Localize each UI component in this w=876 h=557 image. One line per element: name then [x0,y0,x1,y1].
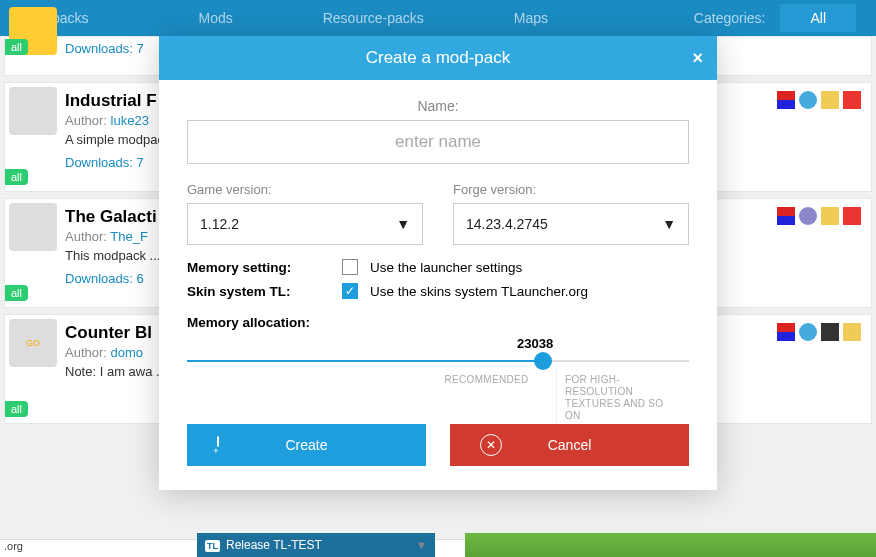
skin-system-label: Skin system TL: [187,284,342,299]
name-label: Name: [187,98,689,114]
forge-version-select[interactable]: 14.23.4.2745▼ [453,203,689,245]
slider-fill [187,360,542,362]
modal-header: Create a mod-pack × [159,36,717,80]
close-circle-icon: ✕ [480,434,502,456]
slider-zones: RECOMMENDED FOR HIGH-RESOLUTION TEXTURES… [417,370,689,426]
memory-allocation-label: Memory allocation: [187,315,689,330]
memory-setting-text: Use the launcher settings [370,260,522,275]
game-version-label: Game version: [187,182,423,197]
name-input[interactable] [187,120,689,164]
modal-title: Create a mod-pack [366,48,511,68]
document-plus-icon [217,437,219,453]
slider-handle[interactable] [534,352,552,370]
game-version-select[interactable]: 1.12.2▼ [187,203,423,245]
close-icon[interactable]: × [692,48,703,69]
skin-system-text: Use the skins system TLauncher.org [370,284,588,299]
memory-setting-checkbox[interactable] [342,259,358,275]
chevron-down-icon: ▼ [396,216,410,232]
memory-slider[interactable]: 23038 RECOMMENDED FOR HIGH-RESOLUTION TE… [187,336,689,396]
create-modpack-modal: Create a mod-pack × Name: Game version: … [159,36,717,490]
modal-overlay: Create a mod-pack × Name: Game version: … [0,0,876,557]
cancel-button[interactable]: ✕ Cancel [450,424,689,466]
forge-version-label: Forge version: [453,182,689,197]
memory-setting-label: Memory setting: [187,260,342,275]
skin-system-checkbox[interactable]: ✓ [342,283,358,299]
chevron-down-icon: ▼ [662,216,676,232]
create-button[interactable]: Create [187,424,426,466]
memory-value: 23038 [517,336,553,351]
